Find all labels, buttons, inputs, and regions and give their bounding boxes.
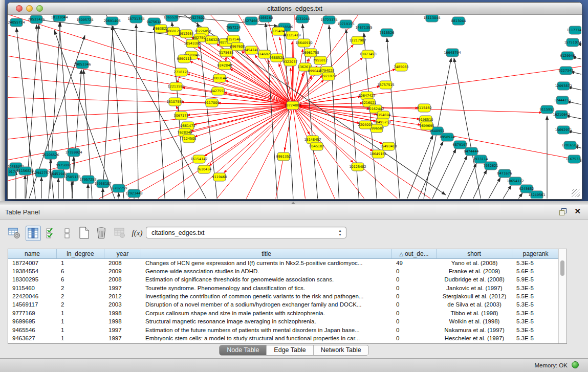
graph-node[interactable]: 20206526 (42, 151, 59, 159)
graph-node[interactable]: 1527602 (190, 15, 205, 22)
graph-node[interactable]: 8912954 (179, 30, 194, 38)
table-cell[interactable]: 2 (57, 301, 104, 309)
graph-edge[interactable] (293, 105, 581, 168)
table-cell[interactable]: 0 (392, 267, 437, 275)
graph-node[interactable]: 3175685 (219, 49, 234, 57)
graph-node[interactable]: 16782759 (110, 184, 127, 192)
graph-node[interactable]: 16210643 (553, 111, 570, 119)
table-cell[interactable]: 5.9E-5 (512, 276, 559, 284)
graph-node[interactable]: 10654112 (507, 177, 524, 185)
graph-node[interactable]: 15723374 (320, 16, 337, 24)
table-cell[interactable]: Structural magnetic resonance image aver… (141, 318, 392, 326)
graph-node[interactable]: 18640910 (295, 39, 312, 47)
graph-edge[interactable] (510, 198, 533, 199)
graph-node[interactable]: 10543392 (184, 39, 201, 48)
table-cell[interactable]: 1 (57, 326, 104, 334)
table-cell[interactable]: 5.6E-5 (512, 267, 559, 275)
table-cell[interactable]: 2009 (104, 267, 141, 275)
table-cell[interactable]: de Silva et al. (2003) (437, 301, 512, 309)
graph-node[interactable]: 2803144 (212, 74, 227, 82)
graph-node[interactable]: 2718126 (174, 68, 189, 76)
tab-node-table[interactable]: Node Table (220, 345, 267, 355)
graph-edge[interactable] (8, 28, 293, 105)
graph-node[interactable]: 18113044 (423, 15, 440, 22)
graph-node[interactable]: 29053346 (74, 60, 91, 69)
table-cell[interactable]: Disruption of a novel member of a sodium… (141, 301, 392, 309)
graph-node[interactable]: 14671355 (355, 24, 372, 32)
table-cell[interactable]: 5.3E-5 (512, 301, 559, 309)
table-cell[interactable]: 5.3E-5 (512, 335, 559, 343)
table-cell[interactable]: 9115460 (8, 284, 57, 292)
graph-node[interactable]: 7485083 (394, 63, 409, 71)
graph-node[interactable]: 9117004 (205, 99, 220, 107)
table-cell[interactable]: 0 (392, 335, 437, 343)
graph-node[interactable]: 7124508 (182, 135, 197, 143)
graph-node[interactable]: 7610434 (197, 165, 212, 173)
graph-node[interactable]: 12213583 (167, 82, 184, 91)
create-column-icon[interactable] (77, 226, 91, 240)
graph-node[interactable]: 9227343 (559, 67, 574, 75)
graph-node[interactable]: 18249561 (528, 191, 545, 199)
table-cell[interactable]: 18724007 (8, 259, 57, 267)
graph-node[interactable]: 9588520 (270, 54, 285, 62)
graph-node[interactable]: 9115460 (417, 104, 432, 112)
table-cell[interactable]: 1 (57, 335, 104, 343)
graph-node[interactable]: 7932621 (484, 162, 498, 170)
graph-node[interactable]: 16154147 (190, 155, 207, 163)
graph-node[interactable]: 20531426 (28, 15, 45, 24)
graph-node[interactable]: 8186328 (205, 36, 220, 44)
close-panel-icon[interactable]: ✕ (574, 207, 581, 216)
graph-node[interactable]: 11675334 (565, 155, 581, 163)
graph-edge[interactable] (565, 116, 581, 125)
panel-split-divider[interactable] (0, 201, 588, 205)
table-cell[interactable]: 5.3E-5 (512, 309, 559, 317)
graph-node[interactable]: 18649161 (369, 150, 386, 158)
graph-node[interactable]: 15751074 (564, 38, 581, 47)
table-cell[interactable]: Stergiakouli et al. (2012) (437, 293, 512, 301)
table-cell[interactable]: 0 (392, 276, 437, 284)
table-cell[interactable]: 0 (392, 318, 437, 326)
graph-node[interactable]: 18133044 (51, 15, 68, 21)
table-cell[interactable]: Yano et al. (2008) (437, 259, 512, 267)
column-header[interactable]: name (8, 249, 57, 258)
graph-node[interactable]: 9699695 (420, 122, 434, 130)
table-row[interactable]: 969969511998Structural magnetic resonanc… (8, 318, 567, 326)
scrollbar-thumb[interactable] (560, 260, 564, 276)
table-cell[interactable]: 49 (392, 259, 437, 267)
table-cell[interactable]: 1 (57, 318, 104, 326)
graph-node[interactable]: 9129946 (560, 52, 575, 60)
table-cell[interactable]: 18300295 (8, 276, 57, 284)
table-cell[interactable]: Wolkin et al. (1998) (437, 318, 512, 326)
table-cell[interactable]: 0 (392, 301, 437, 309)
graph-node[interactable]: 18731354 (127, 15, 144, 23)
graph-node[interactable]: 9115953 (540, 105, 555, 114)
graph-node[interactable]: 3919174 (8, 168, 17, 176)
graph-node[interactable]: 6879197 (453, 141, 468, 149)
graph-node[interactable]: 15274667 (243, 17, 259, 25)
table-cell[interactable]: 19384554 (8, 267, 57, 275)
table-cell[interactable]: 9463627 (8, 335, 57, 343)
graph-node[interactable]: 18107554 (166, 98, 183, 106)
table-cell[interactable]: 9465546 (8, 326, 57, 334)
table-cell[interactable]: 9699695 (8, 318, 57, 326)
graph-node[interactable]: 16095724 (76, 16, 93, 24)
graph-node[interactable]: 9119468 (212, 173, 227, 181)
graph-node[interactable]: 9242848 (217, 61, 232, 70)
graph-node[interactable]: 7957224 (226, 24, 241, 32)
table-row[interactable]: 2242004622012Investigating the contribut… (8, 293, 567, 301)
table-cell[interactable]: Embryonic stem cells: a model to study s… (141, 335, 392, 343)
column-header[interactable]: year (104, 249, 141, 258)
window-titlebar[interactable]: citations_edges.txt (8, 3, 582, 15)
graph-edge[interactable] (459, 170, 487, 199)
table-cell[interactable]: 5.3E-5 (512, 284, 559, 292)
graph-node[interactable]: 2967608 (230, 42, 245, 51)
graph-node[interactable]: 16648794 (444, 49, 461, 57)
graph-edge[interactable] (433, 156, 467, 199)
table-cell[interactable]: 1997 (104, 284, 141, 292)
table-cell[interactable]: 6 (57, 276, 104, 284)
graph-node[interactable]: 8813044 (451, 17, 466, 25)
table-cell[interactable]: 1998 (104, 309, 141, 317)
table-cell[interactable]: Dudbridge et al. (2008) (437, 276, 512, 284)
table-cell[interactable]: 9777169 (8, 309, 57, 317)
table-cell[interactable]: Estimation of significance thresholds fo… (141, 276, 392, 284)
